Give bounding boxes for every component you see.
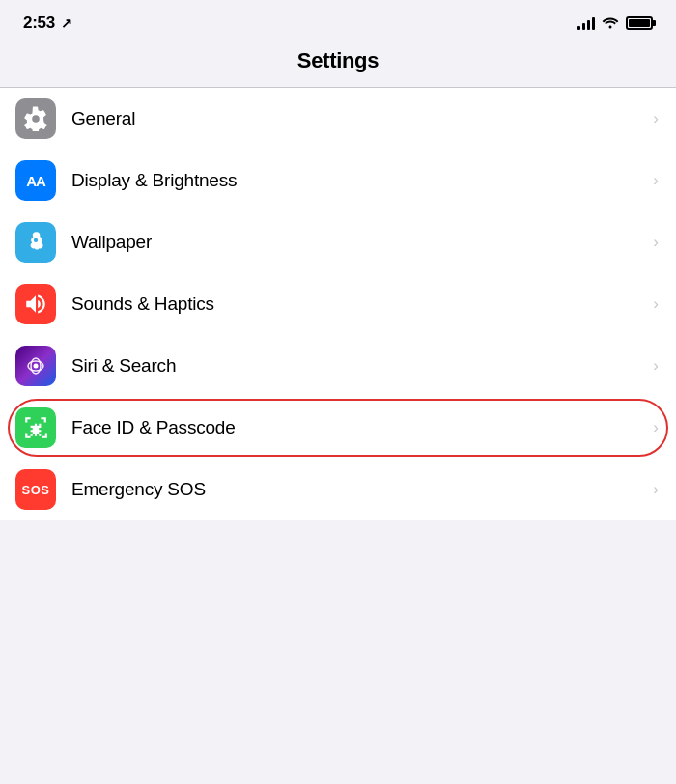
signal-icon — [577, 17, 595, 30]
settings-item-siri[interactable]: Siri & Search › — [0, 335, 676, 397]
settings-item-sounds[interactable]: Sounds & Haptics › — [0, 273, 676, 335]
settings-item-sos[interactable]: SOS Emergency SOS › — [0, 459, 676, 520]
time-display: 2:53 — [23, 14, 55, 32]
sounds-icon-wrapper — [15, 284, 56, 324]
nav-title-area: Settings — [0, 41, 676, 87]
faceid-chevron: › — [653, 418, 659, 437]
general-icon-wrapper — [15, 98, 56, 139]
sounds-chevron: › — [653, 294, 659, 314]
location-arrow-icon: ↗ — [61, 15, 72, 31]
siri-icon-wrapper — [15, 346, 56, 386]
display-chevron: › — [653, 171, 659, 190]
status-icons — [577, 15, 653, 32]
display-aa-icon: AA — [26, 173, 45, 189]
siri-icon — [23, 353, 48, 378]
gear-icon — [23, 106, 48, 131]
siri-chevron: › — [653, 356, 659, 376]
wallpaper-chevron: › — [653, 233, 659, 252]
siri-label: Siri & Search — [71, 355, 649, 377]
battery-icon — [626, 16, 653, 30]
page-title: Settings — [297, 48, 379, 72]
settings-item-faceid[interactable]: Face ID & Passcode › — [0, 397, 676, 459]
faceid-label: Face ID & Passcode — [71, 417, 649, 438]
svg-point-2 — [34, 364, 39, 369]
sos-label: Emergency SOS — [71, 479, 649, 500]
sos-icon-wrapper: SOS — [15, 469, 56, 510]
display-icon-wrapper: AA — [15, 160, 56, 201]
settings-item-wallpaper[interactable]: Wallpaper › — [0, 211, 676, 273]
settings-list: General › AA Display & Brightness › Wall… — [0, 88, 676, 520]
wifi-icon — [602, 15, 619, 32]
status-time: 2:53 ↗ — [23, 14, 72, 33]
wallpaper-icon-wrapper — [15, 222, 56, 263]
flower-icon — [23, 230, 48, 255]
display-label: Display & Brightness — [71, 170, 649, 191]
sos-chevron: › — [653, 480, 659, 499]
settings-item-general[interactable]: General › — [0, 88, 676, 150]
faceid-icon — [23, 415, 48, 440]
general-chevron: › — [653, 109, 659, 128]
status-bar: 2:53 ↗ — [0, 0, 676, 41]
sos-icon-text: SOS — [22, 483, 50, 497]
general-label: General — [71, 108, 649, 129]
sound-icon — [23, 292, 48, 317]
sounds-label: Sounds & Haptics — [71, 294, 649, 315]
faceid-icon-wrapper — [15, 407, 56, 448]
settings-item-display[interactable]: AA Display & Brightness › — [0, 150, 676, 211]
wallpaper-label: Wallpaper — [71, 232, 649, 253]
